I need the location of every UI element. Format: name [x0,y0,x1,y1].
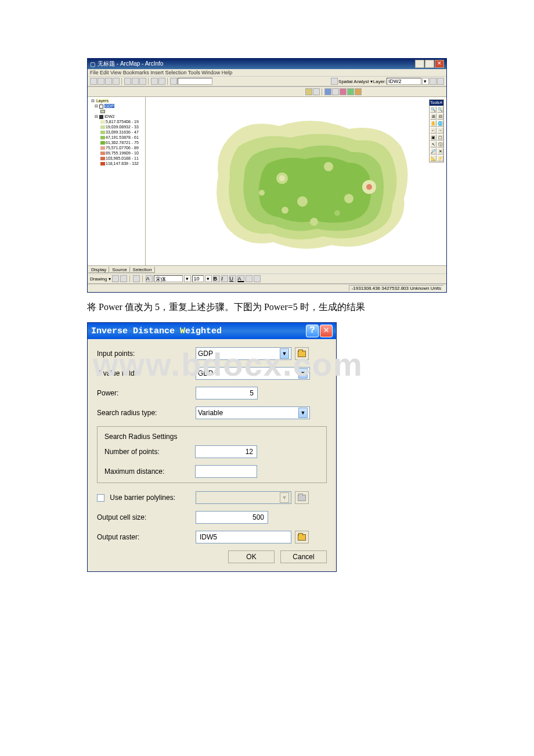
paste-icon[interactable] [139,78,146,85]
font-color-icon[interactable]: A [237,275,244,282]
draw-rect-icon[interactable] [133,275,140,282]
redo-icon[interactable] [158,78,165,85]
toc-class-item[interactable]: 47,191.53878 - 61 [89,135,144,140]
toc-class-item[interactable]: 5,817.075408 - 19 [89,119,144,124]
map-view[interactable]: Tools ✕ 🔍 🔍 ⊞ ⊟ ✋ 🌐 ← → ▣ ▢ ↖ ⓘ 🔎 [146,97,446,265]
tab-display[interactable]: Display [88,267,109,273]
maximize-button[interactable]: □ [425,60,434,68]
italic-icon[interactable]: I [221,275,228,282]
select-elements-icon[interactable]: ↖ [430,141,436,147]
cell-size-input[interactable] [196,511,268,524]
select-icon[interactable]: ▣ [430,134,436,141]
spatial-analyst-label[interactable]: Spatial Analyst ▾ [338,79,373,84]
toc-class-item[interactable]: 33,099.31636 - 47 [89,129,144,135]
num-points-input[interactable] [195,445,257,458]
clear-select-icon[interactable]: ▢ [437,134,443,141]
toc-layers-root[interactable]: ⊟ Layers [89,98,144,103]
tool-c[interactable] [324,88,331,95]
power-input[interactable] [196,387,258,399]
barrier-checkbox[interactable] [97,494,104,502]
toc-class-item[interactable]: 75,571.07706 - 89 [89,145,144,150]
cell-size-label: Output cell size: [97,513,196,521]
tool-d[interactable] [332,88,339,95]
input-points-combo[interactable]: GDP ▼ [196,347,291,360]
histogram-icon[interactable] [430,78,436,85]
chevron-down-icon[interactable]: ▼ [298,368,308,379]
z-field-combo[interactable]: GDP ▼ [196,367,310,380]
zoom-out-icon[interactable]: 🔍 [437,106,443,113]
toc-gdp-layer[interactable]: ⊟ GDP [89,103,144,109]
open-icon[interactable] [98,78,104,85]
line-color-icon[interactable] [254,275,261,282]
font-combo[interactable]: 宋体 [154,275,183,282]
svg-point-10 [259,190,265,196]
editor-icon[interactable] [331,78,338,85]
tab-selection[interactable]: Selection [130,267,155,273]
cancel-button[interactable]: Cancel [280,550,327,563]
pan-icon[interactable]: ✋ [430,120,436,127]
goto-xy-icon[interactable]: ✕ [437,148,443,154]
layer-combo[interactable]: IDW2 [387,78,421,85]
print-icon[interactable] [113,78,120,85]
fontsize-combo[interactable]: 10 [192,275,204,282]
tools-close-icon[interactable]: ✕ [439,100,443,105]
tool-a[interactable] [305,88,312,95]
svg-point-1 [279,175,285,181]
cut-icon[interactable] [124,78,131,85]
save-icon[interactable] [105,78,112,85]
identify-icon[interactable]: ⓘ [437,141,443,147]
browse-output-button[interactable] [295,531,309,543]
dialog-title: Inverse Distance Weighted [91,326,306,336]
tool-g[interactable] [355,88,362,95]
close-button[interactable]: ✕ [435,60,444,68]
copy-icon[interactable] [132,78,139,85]
contour-icon[interactable] [437,78,444,85]
back-icon[interactable]: ← [430,127,436,134]
layer-dropdown-arrow[interactable]: ▾ [422,78,429,85]
close-button[interactable]: ✕ [320,325,333,337]
minimize-button[interactable]: _ [415,60,424,68]
fill-color-icon[interactable] [246,275,252,282]
underline-icon[interactable]: U [229,275,236,282]
fixed-zoom-in-icon[interactable]: ⊞ [430,113,436,120]
fixed-zoom-out-icon[interactable]: ⊟ [437,113,443,120]
max-dist-input[interactable] [195,465,257,478]
toc-class-item[interactable]: 19,039.08932 - 33 [89,124,144,129]
toc-class-item[interactable]: 61,302.78721 - 75 [89,140,144,145]
new-icon[interactable] [90,78,97,85]
toc-class-item[interactable]: 89,755.19609 - 10 [89,150,144,156]
toc-idw-layer[interactable]: ⊟ IDW2 [89,114,144,119]
ok-button[interactable]: OK [228,550,275,563]
hyperlink-icon[interactable]: ⚡ [437,155,443,161]
toc-class-item[interactable]: 118,147.839 - 132 [89,161,144,166]
fontsize-dropdown-arrow[interactable]: ▾ [205,275,212,282]
tool-f[interactable] [347,88,354,95]
add-data-icon[interactable] [170,78,177,85]
arcmap-window: ▢ 无标题 - ArcMap - ArcInfo _ □ ✕ File Edit… [87,58,447,293]
search-type-combo[interactable]: Variable ▼ [196,406,310,419]
bold-icon[interactable]: B [213,275,220,282]
scale-input[interactable] [178,78,212,85]
browse-input-button[interactable] [295,347,309,360]
measure-icon[interactable]: 📐 [430,155,436,161]
forward-icon[interactable]: → [437,127,443,134]
drawing-label[interactable]: Drawing ▾ [90,276,111,282]
menubar[interactable]: File Edit View Bookmarks Insert Selectio… [88,69,446,76]
chevron-down-icon[interactable]: ▼ [298,408,308,418]
browse-barrier-button [295,491,309,504]
undo-icon[interactable] [151,78,158,85]
chevron-down-icon[interactable]: ▼ [280,348,289,359]
full-extent-icon[interactable]: 🌐 [437,120,443,127]
tool-b[interactable] [313,88,320,95]
font-dropdown-arrow[interactable]: ▾ [184,275,191,282]
help-button[interactable]: ? [306,325,319,337]
zoom-in-icon[interactable]: 🔍 [430,106,436,113]
tab-source[interactable]: Source [109,267,129,273]
draw-rotate-icon[interactable] [120,275,127,282]
toc-class-item[interactable]: 103,985.0188 - 11 [89,156,144,161]
tool-e[interactable] [340,88,347,95]
draw-select-icon[interactable] [112,275,119,282]
output-raster-input[interactable] [196,531,291,543]
find-icon[interactable]: 🔎 [430,148,436,154]
draw-text-icon[interactable]: A [146,275,153,282]
